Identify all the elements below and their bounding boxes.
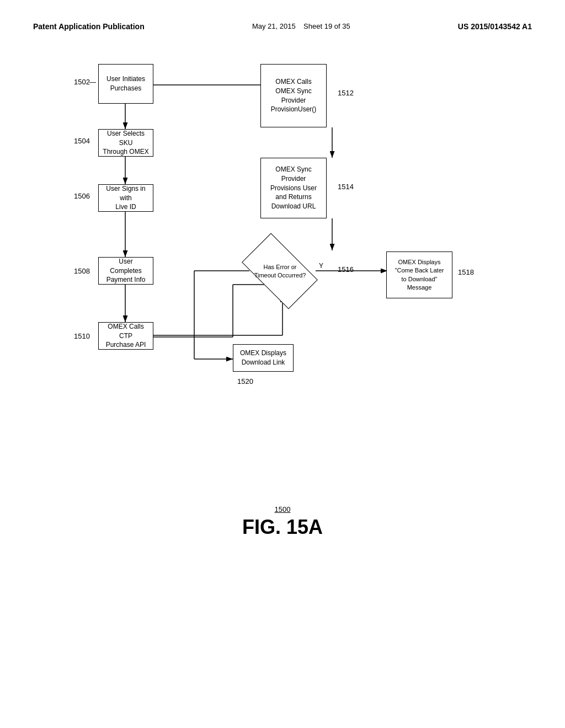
- box-1514: OMEX Sync Provider Provisions User and R…: [260, 158, 327, 218]
- label-1508: 1508: [74, 267, 90, 275]
- header-center: May 21, 2015 Sheet 19 of 35: [252, 22, 350, 30]
- box-1508: User Completes Payment Info: [98, 257, 153, 285]
- label-1512: 1512: [338, 89, 354, 97]
- arrow-1502: —: [89, 78, 96, 86]
- label-1502: 1502: [74, 78, 90, 86]
- label-1516: 1516: [338, 265, 354, 274]
- page: Patent Application Publication May 21, 2…: [0, 0, 565, 728]
- box-1520: OMEX Displays Download Link: [233, 344, 294, 372]
- label-1506: 1506: [74, 192, 90, 200]
- label-1514: 1514: [338, 183, 354, 191]
- label-1518: 1518: [458, 268, 474, 276]
- box-1518: OMEX Displays "Come Back Later to Downlo…: [386, 251, 452, 298]
- box-1506: User Signs in with Live ID: [98, 184, 153, 212]
- diamond-1516: [242, 233, 318, 309]
- box-1502: User Initiates Purchases: [98, 64, 153, 104]
- figure-caption: 1500 FIG. 15A: [33, 505, 532, 539]
- header: Patent Application Publication May 21, 2…: [33, 22, 532, 31]
- box-1510: OMEX Calls CTP Purchase API: [98, 322, 153, 350]
- header-right: US 2015/0143542 A1: [458, 22, 532, 31]
- label-1504: 1504: [74, 137, 90, 145]
- box-1512: OMEX Calls OMEX Sync Provider ProvisionU…: [260, 64, 327, 127]
- diagram-area: N Y User Initiates Purchases 1502 — Use: [45, 47, 520, 461]
- box-1504: User Selects SKU Through OMEX: [98, 129, 153, 157]
- label-1510: 1510: [74, 332, 90, 340]
- figure-number: 1500: [33, 505, 532, 513]
- svg-text:Y: Y: [319, 262, 323, 270]
- figure-title: FIG. 15A: [33, 516, 532, 539]
- label-1520: 1520: [237, 377, 253, 386]
- header-left: Patent Application Publication: [33, 22, 145, 31]
